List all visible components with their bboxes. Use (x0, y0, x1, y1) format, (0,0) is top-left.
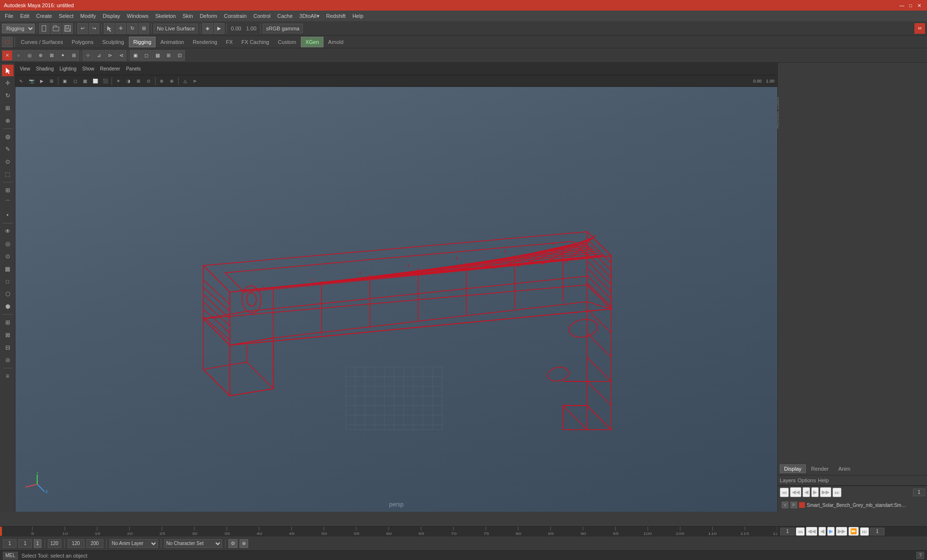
vp-xray-btn[interactable]: ⊗ (157, 76, 167, 86)
menu-select[interactable]: Select (56, 11, 77, 21)
render-settings-btn[interactable]: ◈ (202, 23, 213, 34)
go-prev-key[interactable]: ◀◀ (806, 527, 817, 536)
view-menu[interactable]: View (17, 65, 33, 72)
select-tool[interactable] (2, 65, 14, 76)
layer-p-btn[interactable]: P (790, 502, 797, 508)
help-label[interactable]: Help (818, 477, 829, 483)
scale-tool[interactable]: ⊞ (2, 102, 14, 114)
icon-btn-16[interactable]: ⊡ (174, 50, 185, 61)
icon-btn-4[interactable]: ⊕ (35, 50, 46, 61)
maximize-button[interactable]: □ (907, 1, 914, 9)
snap-point[interactable]: • (2, 210, 14, 221)
display-tab[interactable]: Display (780, 464, 806, 473)
paint-tool[interactable]: ✎ (2, 143, 14, 155)
tab-fx[interactable]: FX (222, 37, 237, 47)
unparent-btn[interactable]: ⬢ (2, 301, 14, 312)
close-button[interactable]: ✕ (915, 1, 923, 9)
menu-display[interactable]: Display (100, 11, 123, 21)
vp-anim-btn[interactable]: ▶ (37, 76, 46, 86)
menu-file[interactable]: File (2, 11, 16, 21)
icon-btn-3[interactable]: ◎ (24, 50, 35, 61)
fps2-input[interactable] (86, 539, 103, 548)
pb-prev[interactable]: ◀◀ (790, 487, 801, 497)
tab-arnold[interactable]: Arnold (324, 37, 348, 47)
tab-custom[interactable]: Custom (274, 37, 300, 47)
snap-curve[interactable]: ⌒ (2, 197, 14, 209)
pb-prev2[interactable]: ◀ (802, 487, 810, 497)
open-btn[interactable] (51, 23, 61, 34)
menu-create[interactable]: Create (33, 11, 55, 21)
icon-btn-2[interactable]: ○ (13, 50, 24, 61)
new-btn[interactable] (39, 23, 50, 34)
menu-redshift[interactable]: Redshift (323, 11, 349, 21)
vp-field2[interactable]: 1.00 (764, 79, 776, 84)
move-btn[interactable]: ✛ (115, 23, 126, 34)
vp-normal-btn[interactable]: ⊳ (190, 76, 200, 86)
poly-mode2[interactable]: ⊠ (2, 329, 14, 341)
shading-menu[interactable]: Shading (34, 65, 56, 72)
layer-v-btn[interactable]: V (782, 502, 788, 508)
minimize-button[interactable]: — (898, 1, 906, 9)
poly-mode1[interactable]: ⊞ (2, 317, 14, 328)
rotate-tool[interactable]: ↻ (2, 90, 14, 101)
vp-shade1[interactable]: ▣ (60, 76, 70, 86)
viewport[interactable]: View Shading Lighting Show Renderer Pane… (15, 63, 777, 512)
icon-btn-12[interactable]: ▣ (130, 50, 140, 61)
snap-grid[interactable]: ⊞ (2, 184, 14, 196)
go-last[interactable]: ⏭ (860, 527, 869, 536)
menu-help[interactable]: Help (350, 11, 366, 21)
poly-mode4[interactable]: ⊝ (2, 354, 14, 366)
vp-select-btn[interactable]: ⇖ (16, 76, 26, 86)
vp-field1[interactable]: 0.00 (751, 79, 764, 84)
tab-rendering[interactable]: Rendering (189, 37, 221, 47)
icon-btn-6[interactable]: ✦ (57, 50, 68, 61)
frame-current-input[interactable] (18, 539, 32, 548)
marquee-tool[interactable]: ⬚ (2, 168, 14, 180)
icon-btn-8[interactable]: ⊹ (83, 50, 93, 61)
parent-btn[interactable]: ⬡ (2, 288, 14, 300)
vp-wire-btn[interactable]: ⊞ (47, 76, 56, 86)
lighting-menu[interactable]: Lighting (57, 65, 79, 72)
pb-first[interactable]: ⏮ (780, 488, 789, 497)
mel-python-toggle[interactable]: MEL (3, 552, 18, 560)
go-next[interactable]: ▶▶ (836, 527, 847, 536)
options-label[interactable]: Options (798, 477, 816, 483)
menu-edit[interactable]: Edit (17, 11, 32, 21)
pb-last[interactable]: ⏭ (832, 488, 842, 497)
char-btn1[interactable]: ⚙ (228, 539, 238, 548)
menu-deform[interactable]: Deform (197, 11, 220, 21)
mode-dropdown[interactable]: Rigging (2, 24, 35, 33)
layers-label[interactable]: Layers (780, 477, 796, 483)
menu-skin[interactable]: Skin (180, 11, 196, 21)
vp-xray2-btn[interactable]: ⊕ (167, 76, 177, 86)
go-first[interactable]: ⏮ (796, 527, 805, 536)
menu-control[interactable]: Control (251, 11, 273, 21)
tab-polygons[interactable]: Polygons (68, 37, 97, 47)
tab-sculpting[interactable]: Sculpting (98, 37, 128, 47)
pb-next[interactable]: ▶ (811, 487, 819, 497)
tab-curves-surfaces[interactable]: Curves / Surfaces (17, 37, 67, 47)
isolate[interactable]: ◎ (2, 238, 14, 250)
universal-tool[interactable]: ⊕ (2, 115, 14, 126)
menu-cache[interactable]: Cache (274, 11, 295, 21)
status-help-btn[interactable]: ? (916, 552, 924, 559)
icon-btn-10[interactable]: ⊳ (105, 50, 115, 61)
show-menu[interactable]: Show (80, 65, 97, 72)
frame-indicator[interactable]: 1 (34, 539, 42, 548)
tab-rigging[interactable]: Rigging (129, 37, 155, 47)
anim-tab[interactable]: Anim (834, 464, 855, 473)
viewport-canvas[interactable]: persp Z Y X (15, 87, 777, 512)
tab-fx-caching[interactable]: FX Caching (238, 37, 273, 47)
poly-mode3[interactable]: ⊟ (2, 342, 14, 353)
panels-menu[interactable]: Panels (124, 65, 143, 72)
ungroup-btn[interactable]: □ (2, 276, 14, 287)
icon-btn-14[interactable]: ▦ (152, 50, 163, 61)
render-btn[interactable]: ▶ (214, 23, 225, 34)
frame-start-input[interactable] (3, 539, 16, 548)
layer-frame-field[interactable] (913, 489, 925, 496)
no-character-set-dropdown[interactable]: No Character Set (164, 539, 222, 548)
select-btn[interactable] (104, 23, 114, 34)
play-fwd[interactable]: ▶ (827, 527, 835, 536)
render-tab[interactable]: Render (807, 464, 833, 473)
vp-shade5[interactable]: ⬛ (100, 76, 110, 86)
